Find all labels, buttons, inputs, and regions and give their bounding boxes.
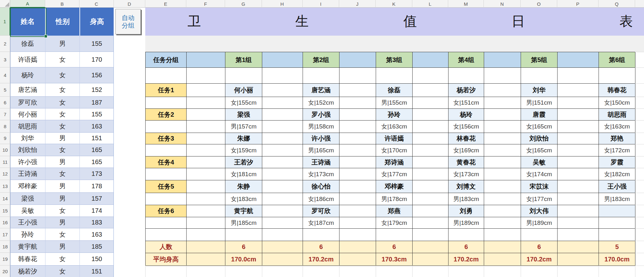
member-name-cell[interactable]: 胡思雨 [599,109,635,121]
member-info-cell[interactable]: 女|187cm [303,217,339,229]
row-header-6[interactable]: 6 [0,97,10,108]
roster-gender-cell[interactable]: 女 [45,67,79,83]
count-cell[interactable]: 6 [449,241,484,253]
member-info-cell[interactable]: 女|174cm [521,168,558,180]
roster-height-cell[interactable]: 170 [79,52,114,67]
empty-cell[interactable] [558,121,599,133]
empty-cell[interactable] [262,84,303,97]
empty-cell[interactable] [413,168,449,180]
empty-cell[interactable] [413,133,449,144]
empty-cell[interactable] [262,97,303,109]
roster-height-cell[interactable]: 151 [79,266,114,277]
avg-cell[interactable]: 170.0cm [225,253,262,266]
empty-cell[interactable] [413,109,449,121]
task-label-cell[interactable]: 任务1 [146,84,187,97]
group-header-cell[interactable]: 第6组 [599,52,635,68]
empty-cell[interactable] [558,133,599,144]
column-header-B[interactable]: B [45,0,79,8]
roster-height-cell[interactable]: 152 [79,83,114,97]
row-header-8[interactable]: 8 [0,120,10,133]
empty-cell[interactable] [262,217,303,229]
roster-height-cell[interactable]: 157 [79,193,114,205]
member-info-cell[interactable]: 女|163cm [599,121,635,133]
member-name-cell[interactable]: 刘大伟 [521,205,558,217]
empty-cell[interactable] [146,121,187,133]
member-info-cell[interactable]: 男|185cm [225,217,262,229]
member-name-cell[interactable]: 郑艳 [599,133,635,144]
empty-cell[interactable] [484,133,521,144]
empty-cell[interactable] [413,229,449,241]
roster-name-cell[interactable]: 许小强 [10,156,45,168]
roster-gender-cell[interactable]: 女 [45,83,79,97]
avg-cell[interactable]: 170.2cm [449,253,484,266]
column-header-I[interactable]: I [303,0,339,8]
empty-cell[interactable] [413,97,449,109]
empty-cell[interactable] [262,121,303,133]
group-table-corner-label[interactable]: 任务分组 [146,52,187,68]
roster-gender-cell[interactable]: 男 [45,36,79,52]
empty-cell[interactable] [187,217,225,229]
column-header-G[interactable]: G [225,0,262,8]
empty-cell[interactable] [484,205,521,217]
empty-cell[interactable] [262,229,303,241]
member-info-cell[interactable]: 男|151cm [521,97,558,109]
empty-cell[interactable] [187,193,225,205]
roster-name-cell[interactable]: 刘华 [10,133,45,144]
member-info-cell[interactable]: 女|170cm [376,144,413,156]
group-header-gap-cell[interactable] [262,52,303,68]
empty-cell[interactable] [558,97,599,109]
empty-cell[interactable] [339,168,376,180]
member-name-cell[interactable]: 朱静 [225,180,262,193]
member-info-cell[interactable]: 女|179cm [376,217,413,229]
task-label-cell[interactable]: 任务3 [146,133,187,144]
empty-cell[interactable] [484,84,521,97]
roster-name-cell[interactable]: 许语嫣 [10,52,45,67]
member-name-cell[interactable]: 罗小强 [303,109,339,121]
member-info-cell[interactable]: 女|156cm [449,121,484,133]
empty-cell[interactable] [558,205,599,217]
empty-cell[interactable] [558,68,599,84]
roster-name-cell[interactable]: 吴敏 [10,205,45,217]
member-info-cell[interactable]: 女|150cm [599,97,635,109]
member-name-cell[interactable]: 徐磊 [376,84,413,97]
member-name-cell[interactable]: 刘勇 [449,205,484,217]
empty-cell[interactable] [413,84,449,97]
empty-cell[interactable] [413,156,449,168]
member-info-cell[interactable]: 女|151cm [449,97,484,109]
row-header-9[interactable]: 9 [0,133,10,144]
row-header-19[interactable]: 19 [0,253,10,266]
empty-cell[interactable] [558,144,599,156]
column-header-N[interactable]: N [484,0,521,8]
roster-height-cell[interactable]: 174 [79,205,114,217]
empty-cell[interactable] [484,168,521,180]
empty-cell[interactable] [521,229,558,241]
group-header-cell[interactable]: 第2组 [303,52,339,68]
empty-cell[interactable] [413,193,449,205]
count-label-cell[interactable]: 人数 [146,241,187,253]
roster-height-cell[interactable]: 165 [79,144,114,156]
empty-cell[interactable] [484,156,521,168]
empty-cell[interactable] [262,205,303,217]
empty-cell[interactable] [187,84,225,97]
member-name-cell[interactable]: 唐霞 [521,109,558,121]
empty-cell[interactable] [339,205,376,217]
empty-cell[interactable] [339,180,376,193]
member-info-cell[interactable]: 女|173cm [449,168,484,180]
member-info-cell[interactable]: 女|186cm [303,193,339,205]
member-info-cell[interactable]: 女|159cm [225,144,262,156]
roster-gender-cell[interactable]: 男 [45,241,79,253]
row-header-11[interactable]: 11 [0,156,10,168]
member-info-cell[interactable]: 男|189cm [449,217,484,229]
member-name-cell[interactable]: 刘华 [521,84,558,97]
member-info-cell[interactable]: 男|157cm [225,121,262,133]
roster-name-cell[interactable]: 唐艺涵 [10,83,45,97]
roster-height-cell[interactable]: 187 [79,97,114,108]
empty-cell[interactable] [225,68,262,84]
avg-gap-cell[interactable] [187,253,225,266]
member-info-cell[interactable] [599,217,635,229]
empty-cell[interactable] [413,180,449,193]
group-header-cell[interactable]: 第4组 [449,52,484,68]
group-header-gap-cell[interactable] [339,52,376,68]
roster-gender-cell[interactable]: 女 [45,228,79,241]
empty-cell[interactable] [558,180,599,193]
